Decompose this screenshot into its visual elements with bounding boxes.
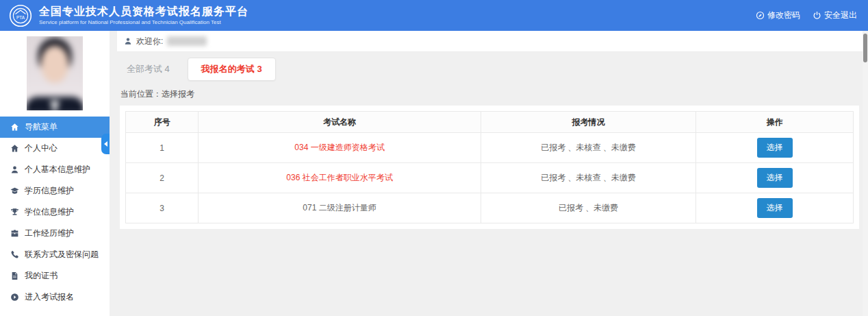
app-header: PTA 全国专业技术人员资格考试报名服务平台 Service platform … [0, 0, 868, 31]
certificate-icon [10, 271, 19, 280]
sidebar-item-education-info[interactable]: 学历信息维护 [0, 180, 110, 202]
user-icon [124, 37, 132, 45]
briefcase-icon [10, 229, 19, 238]
row-index: 1 [126, 133, 199, 163]
table-row: 1 034 一级建造师资格考试 已报考 、未核查 、未缴费 选择 [126, 133, 854, 163]
sidebar-item-degree-info[interactable]: 学位信息维护 [0, 202, 110, 223]
avatar [27, 36, 83, 110]
trophy-icon [10, 208, 19, 217]
arrow-circle-icon [10, 293, 19, 302]
logout-button[interactable]: 安全退出 [813, 10, 857, 21]
sidebar-item-personal-center[interactable]: 个人中心 [0, 138, 110, 159]
phone-icon [10, 250, 19, 259]
registration-status: 已报考 、未核查 、未缴费 [481, 163, 696, 193]
breadcrumb: 当前位置：选择报考 [120, 88, 194, 100]
col-header-action: 操作 [696, 112, 854, 133]
chevron-left-icon [104, 141, 107, 147]
sidebar-item-basic-info[interactable]: 个人基本信息维护 [0, 159, 110, 180]
sidebar-item-contact-security[interactable]: 联系方式及密保问题 [0, 244, 110, 265]
page-subtitle: Service platform for National Profession… [39, 19, 248, 26]
welcome-label: 欢迎你: [136, 36, 163, 47]
tab-all-exams[interactable]: 全部考试 4 [127, 63, 170, 81]
welcome-bar: 欢迎你: [117, 31, 863, 52]
logout-label: 安全退出 [824, 10, 857, 21]
graduation-cap-icon [10, 186, 19, 195]
change-password-button[interactable]: 修改密码 [756, 10, 800, 21]
registration-status: 已报考 、未缴费 [481, 193, 696, 223]
house-icon [10, 144, 19, 153]
exam-name-link[interactable]: 036 社会工作者职业水平考试 [199, 163, 481, 193]
sidebar-item-label: 联系方式及密保问题 [25, 249, 99, 260]
sidebar-item-label: 个人中心 [25, 143, 58, 154]
exam-table: 序号 考试名称 报考情况 操作 1 034 一级建造师资格考试 已报考 、未核查… [125, 111, 854, 223]
table-row: 3 071 二级注册计量师 已报考 、未缴费 选择 [126, 193, 854, 223]
sidebar-item-work-experience[interactable]: 工作经历维护 [0, 223, 110, 244]
platform-logo-icon: PTA [9, 4, 32, 27]
select-button[interactable]: 选择 [757, 138, 793, 158]
exam-table-card: 序号 考试名称 报考情况 操作 1 034 一级建造师资格考试 已报考 、未核查… [120, 106, 859, 229]
page-title: 全国专业技术人员资格考试报名服务平台 [39, 5, 248, 19]
col-header-index: 序号 [126, 112, 199, 133]
select-button[interactable]: 选择 [757, 198, 793, 218]
sidebar-item-my-certificates[interactable]: 我的证书 [0, 265, 110, 287]
sidebar-item-label: 学历信息维护 [25, 185, 74, 197]
tab-my-registered-exams[interactable]: 我报名的考试 3 [188, 58, 276, 81]
sidebar-item-label: 工作经历维护 [25, 228, 74, 239]
registration-status: 已报考 、未核查 、未缴费 [481, 133, 696, 163]
edit-circle-icon [756, 11, 765, 20]
sidebar-item-label: 我的证书 [25, 270, 58, 282]
sidebar-menu: 导航菜单 个人中心 个人基本信息维护 学历信息维护 学位信息维护 [0, 117, 110, 308]
col-header-exam-name: 考试名称 [199, 112, 481, 133]
sidebar-item-label: 导航菜单 [25, 121, 58, 133]
sidebar-item-label: 进入考试报名 [25, 291, 74, 303]
scrollbar-thumb[interactable] [863, 34, 867, 62]
main-content: 欢迎你: 全部考试 4 我报名的考试 3 当前位置：选择报考 序号 考试名称 报… [110, 31, 868, 316]
row-index: 2 [126, 163, 199, 193]
change-password-label: 修改密码 [767, 10, 800, 21]
svg-text:PTA: PTA [16, 14, 25, 19]
scrollbar[interactable] [863, 31, 868, 316]
sidebar-collapse-handle[interactable] [101, 134, 110, 154]
table-row: 2 036 社会工作者职业水平考试 已报考 、未核查 、未缴费 选择 [126, 163, 854, 193]
select-button[interactable]: 选择 [757, 168, 793, 188]
sidebar-item-enter-registration[interactable]: 进入考试报名 [0, 287, 110, 308]
exam-name: 071 二级注册计量师 [199, 193, 481, 223]
user-icon [10, 165, 19, 174]
row-index: 3 [126, 193, 199, 223]
exam-tabs: 全部考试 4 我报名的考试 3 [127, 60, 276, 81]
table-header-row: 序号 考试名称 报考情况 操作 [126, 112, 854, 133]
exam-name-link[interactable]: 034 一级建造师资格考试 [199, 133, 481, 163]
platform-title-block: 全国专业技术人员资格考试报名服务平台 Service platform for … [39, 5, 248, 26]
sidebar: 导航菜单 个人中心 个人基本信息维护 学历信息维护 学位信息维护 [0, 31, 110, 316]
sidebar-item-label: 学位信息维护 [25, 206, 74, 218]
user-name-redacted [167, 36, 207, 46]
col-header-status: 报考情况 [481, 112, 696, 133]
sidebar-item-nav-menu[interactable]: 导航菜单 [0, 117, 110, 138]
home-icon [10, 123, 19, 132]
power-icon [813, 11, 821, 20]
sidebar-item-label: 个人基本信息维护 [25, 164, 90, 175]
